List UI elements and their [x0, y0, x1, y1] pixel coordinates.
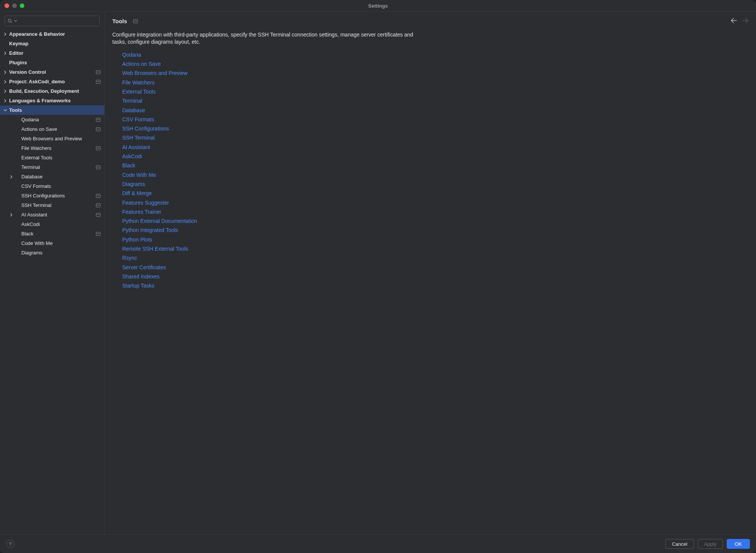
settings-window: Settings Appearance & BehaviorKeymapEdit… — [0, 0, 756, 553]
chevron-down-icon — [14, 19, 17, 22]
chevron-right-icon[interactable] — [2, 89, 8, 93]
apply-button: Apply — [698, 539, 723, 549]
tree-item-label: AskCodi — [14, 221, 100, 227]
tree-item[interactable]: Appearance & Behavior — [0, 29, 104, 39]
tree-item[interactable]: Tools — [0, 105, 104, 115]
tool-link[interactable]: Database — [122, 106, 748, 114]
tree-item[interactable]: Keymap — [0, 39, 104, 48]
tree-item[interactable]: Plugins — [0, 58, 104, 67]
chevron-right-icon[interactable] — [2, 32, 8, 36]
tree-item-label: Appearance & Behavior — [8, 31, 100, 37]
tree-item-label: Web Browsers and Preview — [14, 136, 100, 141]
tree-item[interactable]: SSH Terminal — [0, 200, 104, 210]
tree-item-label: Keymap — [8, 41, 100, 46]
tree-item[interactable]: Editor — [0, 48, 104, 58]
window-minimize-button[interactable] — [12, 3, 17, 8]
window-close-button[interactable] — [5, 3, 9, 8]
nav-back-button[interactable] — [731, 18, 737, 24]
tool-link[interactable]: SSH Configurations — [122, 125, 748, 132]
tree-item-label: Version Control — [8, 69, 94, 75]
tool-link[interactable]: Python Plots — [122, 236, 748, 243]
tool-link[interactable]: Python Integrated Tools — [122, 226, 748, 234]
tree-item-label: Database — [14, 174, 100, 180]
window-maximize-button[interactable] — [20, 3, 24, 8]
tree-item[interactable]: Diagrams — [0, 248, 104, 257]
tree-item[interactable]: Terminal — [0, 162, 104, 172]
tree-item[interactable]: Project: AskCodi_demo — [0, 77, 104, 86]
tool-link[interactable]: SSH Terminal — [122, 134, 748, 141]
page-title: Tools — [112, 18, 127, 24]
tree-item-label: CSV Formats — [14, 183, 100, 189]
tree-item[interactable]: Black — [0, 229, 104, 238]
tool-link[interactable]: Diagrams — [122, 180, 748, 188]
project-scope-icon — [96, 146, 100, 150]
tool-link[interactable]: Server Certificates — [122, 264, 748, 271]
tree-item[interactable]: Web Browsers and Preview — [0, 134, 104, 143]
tool-link[interactable]: Rsync — [122, 254, 748, 262]
tree-item-label: Editor — [8, 50, 100, 56]
project-scope-icon — [96, 127, 100, 131]
tree-item-label: External Tools — [14, 155, 100, 160]
tool-link[interactable]: External Tools — [122, 88, 748, 95]
tree-item-label: Diagrams — [14, 250, 100, 256]
tree-item[interactable]: File Watchers — [0, 143, 104, 153]
tool-link[interactable]: Features Suggester — [122, 199, 748, 207]
sidebar: Appearance & BehaviorKeymapEditorPlugins… — [0, 12, 105, 534]
tree-item[interactable]: Database — [0, 172, 104, 181]
chevron-right-icon[interactable] — [2, 99, 8, 103]
footer: ? Cancel Apply OK — [0, 535, 756, 553]
tree-item-label: Actions on Save — [14, 126, 94, 132]
chevron-right-icon[interactable] — [8, 175, 14, 179]
tool-link[interactable]: AskCodi — [122, 153, 748, 160]
cancel-button[interactable]: Cancel — [665, 539, 694, 549]
tool-link[interactable]: Shared Indexes — [122, 273, 748, 280]
tool-link[interactable]: Diff & Merge — [122, 189, 748, 197]
project-scope-icon — [96, 70, 100, 74]
tool-link[interactable]: CSV Formats — [122, 116, 748, 123]
tool-link[interactable]: Terminal — [122, 97, 748, 105]
tool-link[interactable]: Python External Documentation — [122, 217, 748, 225]
tool-link[interactable]: Web Browsers and Preview — [122, 69, 748, 77]
tree-item[interactable]: Build, Execution, Deployment — [0, 86, 104, 96]
tool-link[interactable]: Qodana — [122, 51, 748, 59]
tree-item-label: Black — [14, 231, 94, 237]
chevron-right-icon[interactable] — [2, 70, 8, 74]
tool-link[interactable]: Features Trainer — [122, 208, 748, 216]
search-field[interactable] — [5, 16, 100, 26]
tree-item[interactable]: CSV Formats — [0, 181, 104, 191]
tree-item[interactable]: AI Assistant — [0, 210, 104, 219]
tree-item[interactable]: Languages & Frameworks — [0, 96, 104, 105]
tool-link[interactable]: Actions on Save — [122, 60, 748, 68]
tool-link[interactable]: Code With Me — [122, 171, 748, 179]
tree-item[interactable]: SSH Configurations — [0, 191, 104, 200]
tree-item[interactable]: Actions on Save — [0, 124, 104, 134]
tree-item[interactable]: Version Control — [0, 67, 104, 77]
tool-link[interactable]: Remote SSH External Tools — [122, 245, 748, 253]
tree-item[interactable]: Qodana — [0, 115, 104, 124]
tool-link[interactable]: File Watchers — [122, 79, 748, 86]
page-description: Configure integration with third-party a… — [112, 31, 424, 46]
search-wrap — [0, 12, 104, 29]
chevron-right-icon[interactable] — [2, 80, 8, 84]
tree-item[interactable]: AskCodi — [0, 219, 104, 229]
titlebar: Settings — [0, 0, 756, 11]
tool-link[interactable]: AI Assistant — [122, 143, 748, 151]
nav-arrows — [731, 18, 748, 24]
tool-link[interactable]: Startup Tasks — [122, 282, 748, 289]
nav-forward-button — [742, 18, 748, 24]
tool-link[interactable]: Black — [122, 162, 748, 169]
project-scope-icon — [96, 203, 100, 207]
tree-item[interactable]: Code With Me — [0, 238, 104, 248]
content-header: Tools — [112, 18, 748, 24]
settings-tree[interactable]: Appearance & BehaviorKeymapEditorPlugins… — [0, 29, 104, 534]
chevron-right-icon[interactable] — [8, 213, 14, 217]
search-icon — [7, 18, 13, 24]
help-button[interactable]: ? — [6, 540, 14, 548]
search-input[interactable] — [19, 18, 97, 24]
chevron-right-icon[interactable] — [2, 51, 8, 55]
chevron-down-icon[interactable] — [2, 108, 8, 112]
content-panel: Tools Configure integration with third-p… — [105, 12, 756, 534]
tree-item[interactable]: External Tools — [0, 153, 104, 162]
traffic-lights — [5, 3, 24, 8]
ok-button[interactable]: OK — [727, 539, 750, 549]
